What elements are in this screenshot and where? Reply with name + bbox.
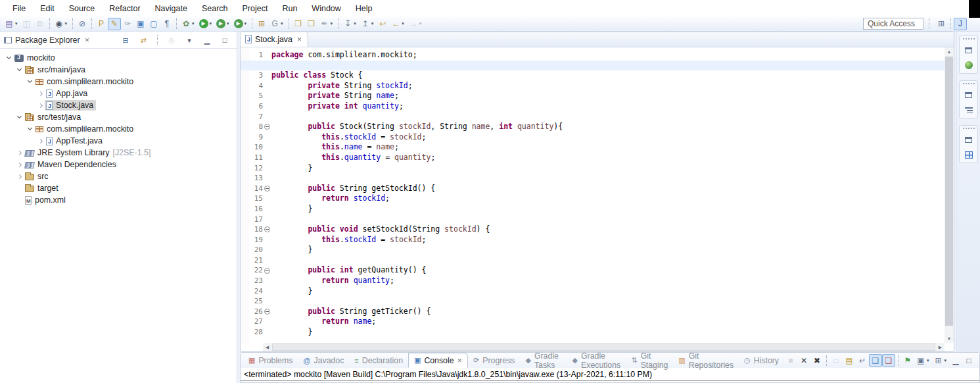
tree-item-pom-xml[interactable]: pom.xml (0, 194, 237, 206)
show-whitespace-icon[interactable]: ¶ (160, 18, 174, 30)
scroll-lock-icon[interactable]: ▤ (843, 354, 856, 367)
editor-body[interactable]: 1234567891011121314151617181920212223242… (241, 47, 954, 344)
collapse-arrow-icon[interactable] (4, 57, 13, 59)
collapse-arrow-icon[interactable] (25, 128, 34, 130)
menu-search[interactable]: Search (195, 1, 235, 16)
line-number-ruler[interactable]: 1234567891011121314151617181920212223242… (249, 47, 263, 344)
coverage-view-icon[interactable] (962, 60, 975, 70)
tree-item-maven-dependencies[interactable]: Maven Dependencies (0, 159, 237, 170)
show-stderr-icon[interactable]: ❑ (882, 354, 895, 367)
dropdown-arrow-icon[interactable]: ▾ (245, 21, 247, 26)
view-menu-icon[interactable]: ▾ (183, 34, 196, 46)
last-edit-location-small-icon[interactable]: ▢ (147, 18, 160, 30)
dropdown-arrow-icon[interactable]: ▾ (192, 21, 195, 26)
editor-tab-stock-java[interactable]: Stock.java ✕ (241, 32, 308, 47)
menu-edit[interactable]: Edit (33, 1, 62, 16)
new-wizard-icon[interactable]: ▤▾ (3, 18, 20, 30)
user-account-icon[interactable]: ◉▾ (53, 18, 70, 30)
collapse-all-icon[interactable]: ⊟ (119, 34, 132, 46)
tree-item-stock-java[interactable]: Stock.java (0, 99, 237, 111)
expand-arrow-icon[interactable] (35, 104, 45, 107)
tree-item-mockito[interactable]: mockito (0, 52, 237, 64)
menu-refactor[interactable]: Refactor (102, 1, 147, 16)
annotate-icon[interactable]: ✒▾ (318, 18, 336, 30)
tab-history[interactable]: ◷History (739, 353, 784, 368)
tree-item-target[interactable]: target (0, 182, 237, 194)
tab-progress[interactable]: ⟳Progress (468, 353, 520, 368)
collapse-arrow-icon[interactable] (14, 69, 24, 70)
dropdown-arrow-icon[interactable]: ▾ (944, 358, 946, 363)
menu-source[interactable]: Source (62, 1, 103, 16)
open-folder-icon[interactable]: ❒ (305, 18, 318, 30)
fold-collapse-icon[interactable] (264, 226, 270, 232)
open-perspective-icon[interactable]: ⊞ (935, 18, 948, 30)
tab-declaration[interactable]: ≡Declaration (349, 353, 408, 368)
scroll-up-icon[interactable]: ▲ (945, 47, 954, 56)
remove-launch-icon[interactable]: ✕ (797, 354, 810, 367)
menu-file[interactable]: File (5, 1, 33, 16)
quick-access-input[interactable]: Quick Access (863, 18, 923, 30)
dropdown-arrow-icon[interactable]: ▾ (15, 21, 18, 26)
close-icon[interactable]: ✕ (457, 357, 463, 364)
tree-item-src[interactable]: src (0, 170, 237, 182)
dropdown-arrow-icon[interactable]: ▾ (281, 21, 283, 26)
scrollbar-thumb[interactable] (272, 344, 935, 351)
pin-console-icon[interactable]: ⚑ (901, 354, 914, 367)
minimize-icon[interactable]: ▁ (949, 354, 962, 367)
fold-collapse-icon[interactable] (264, 124, 270, 130)
remove-all-launches-icon[interactable]: ✖ (810, 354, 824, 367)
restore-view-icon[interactable] (962, 134, 975, 145)
open-console-icon[interactable]: ⊞▾ (931, 354, 949, 367)
dropdown-arrow-icon[interactable]: ▾ (354, 21, 356, 26)
fold-collapse-icon[interactable] (264, 268, 270, 274)
gradle-icon[interactable]: G▾ (268, 18, 286, 30)
debug-icon[interactable]: ✿▾ (179, 18, 197, 30)
scroll-right-icon[interactable]: ▶ (936, 343, 945, 351)
coverage-icon[interactable]: ▶▾ (214, 18, 232, 30)
menu-project[interactable]: Project (235, 1, 275, 16)
tab-gradle-tasks[interactable]: ◆Gradle Tasks (520, 353, 567, 368)
menu-run[interactable]: Run (275, 1, 304, 16)
dropdown-arrow-icon[interactable]: ▾ (419, 21, 422, 26)
dropdown-arrow-icon[interactable]: ▾ (927, 358, 929, 363)
vertical-scrollbar[interactable]: ▲ ▼ (945, 47, 954, 343)
tree-item-apptest-java[interactable]: AppTest.java (0, 135, 237, 147)
minimize-icon[interactable]: ▁ (200, 34, 214, 46)
link-with-editor-icon[interactable]: ⇄ (137, 34, 150, 46)
outline-view-icon[interactable] (962, 105, 975, 115)
new-java-class-icon[interactable]: ▣ (134, 18, 147, 30)
close-icon[interactable]: ✕ (297, 36, 302, 43)
dropdown-arrow-icon[interactable]: ▾ (227, 21, 229, 26)
task-list-view-icon[interactable] (962, 149, 975, 160)
package-explorer-tab[interactable]: Package Explorer ✕ (4, 36, 89, 45)
menu-window[interactable]: Window (304, 1, 348, 16)
dropdown-arrow-icon[interactable]: ▾ (331, 21, 333, 26)
code-text-area[interactable]: package com.simplilearn.mockito; public … (271, 47, 945, 344)
dropdown-arrow-icon[interactable]: ▾ (210, 21, 212, 26)
fold-collapse-icon[interactable] (264, 309, 270, 315)
dropdown-arrow-icon[interactable]: ▾ (371, 21, 374, 26)
tree-item-com-simplilearn-mockito[interactable]: com.simplilearn.mockito (0, 123, 237, 135)
tab-javadoc[interactable]: @Javadoc (298, 353, 349, 368)
previous-annotation-icon[interactable]: ↥▾ (359, 18, 377, 30)
tab-console[interactable]: ▣Console✕ (408, 353, 468, 368)
dropdown-arrow-icon[interactable]: ▾ (402, 21, 404, 26)
tree-item-app-java[interactable]: App.java (0, 88, 237, 99)
mark-occurrences-icon[interactable]: ✎ (108, 18, 121, 30)
restore-view-icon[interactable] (962, 89, 975, 100)
show-stdout-icon[interactable]: ❑ (869, 354, 882, 367)
restore-view-icon[interactable] (962, 45, 975, 55)
menu-help[interactable]: Help (348, 1, 380, 16)
menu-navigate[interactable]: Navigate (148, 1, 195, 16)
expand-arrow-icon[interactable] (14, 163, 24, 166)
skip-all-breakpoints-icon[interactable]: ⊘ (76, 18, 89, 30)
dropdown-arrow-icon[interactable]: ▾ (65, 21, 68, 26)
annotation-ruler[interactable] (241, 47, 249, 344)
drag-handle[interactable] (963, 38, 975, 39)
scroll-left-icon[interactable]: ◀ (263, 343, 271, 351)
collapse-arrow-icon[interactable] (14, 116, 24, 118)
word-wrap-icon[interactable]: ↵ (856, 354, 869, 367)
open-type-icon[interactable]: P (95, 18, 108, 30)
open-file-icon[interactable]: ❒ (292, 18, 305, 30)
tab-git-repositories[interactable]: ▥Git Repositories (673, 353, 739, 368)
